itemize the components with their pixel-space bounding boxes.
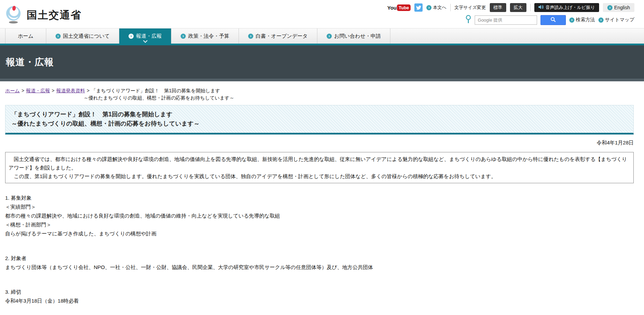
nav-item-白書・オープンデータ[interactable]: 白書・オープンデータ [239,28,317,44]
article-section: 1. 募集対象＜実績部門＞都市の種々の課題解決や、地域における良好な環境の創造、… [5,194,634,238]
font-size-label: 文字サイズ変更 [454,4,486,11]
section-line: ＜実績部門＞ [5,202,634,211]
search-icon [550,17,556,23]
chevron-right-icon [181,34,186,39]
section-heading: 2. 対象者 [5,254,634,263]
text-to-speech-button[interactable]: 音声読み上げ・ルビ振り [534,3,599,12]
nav-item-label: お問い合わせ・申請 [334,33,381,39]
nav-item-label: 国土交通省について [63,33,110,39]
chevron-right-icon [569,18,574,23]
article-title-line2: ～優れたまちづくりの取組、構想・計画の応募をお待ちしています～ [11,119,628,128]
breadcrumb-link-報道発表資料[interactable]: 報道発表資料 [56,88,85,93]
chevron-right-icon [56,34,61,39]
section-line: まちづくり団体等（まちづくり会社、NPO、一社・公社、一財・公財、協議会、民間企… [5,263,634,272]
global-navigation: ホーム国土交通省について報道・広報政策・法令・予算白書・オープンデータお問い合わ… [0,28,644,44]
english-button[interactable]: English [603,3,634,12]
breadcrumb-link-ホーム[interactable]: ホーム [5,88,20,93]
nav-item-報道・広報[interactable]: 報道・広報 [119,28,171,44]
breadcrumb-current-line2: ～優れたまちづくりの取組、構想・計画の応募をお待ちしています～ [5,94,644,102]
nav-item-label: 報道・広報 [136,33,162,39]
breadcrumb: ホーム>報道・広報>報道発表資料>「まちづくりアワード」創設！ 第1回の募集を開… [0,81,644,102]
nav-item-政策・法令・予算[interactable]: 政策・法令・予算 [171,28,239,44]
mlit-logo-icon [5,5,23,25]
lead-paragraph-1: 国土交通省では、都市における種々の課題解決や良好な環境の創造、地域の価値向上を図… [9,155,630,172]
twitter-icon[interactable] [414,3,423,12]
breadcrumb-current: 「まちづくりアワード」創設！ 第1回の募集を開始します [91,88,220,93]
divider [450,4,451,11]
font-size-large-button[interactable]: 拡大 [510,3,526,12]
lead-paragraph-2: この度、第1回まちづくりアワードの募集を開始します。優れたまちづくりを実践してい… [9,172,630,180]
search-pin-icon [465,15,471,25]
chevron-right-icon [327,34,332,39]
main-content: 「まちづくりアワード」創設！ 第1回の募集を開始します ～優れたまちづくりの取組… [0,105,644,315]
chevron-right-icon [426,5,432,10]
mlit-logo[interactable]: 国土交通省 [5,2,82,28]
section-banner: 報道・広報 [0,45,644,79]
section-line: 都市の種々の課題解決や、地域における良好な環境の創造、地域の価値の維持・向上など… [5,211,634,220]
banner-footer-strip [0,79,644,81]
breadcrumb-separator: > [87,88,89,93]
youtube-icon[interactable]: YouTube [387,4,411,11]
page-title: 報道・広報 [6,56,54,68]
article-section: 3. 締切令和4年3月18日（金）18時必着 [5,288,634,305]
site-header: 国土交通省 YouTube 本文へ 文字サイズ変更 標準 拡大 音声読み [0,0,644,28]
nav-item-国土交通省について[interactable]: 国土交通省について [46,28,119,44]
section-heading: 3. 締切 [5,288,634,296]
breadcrumb-separator: > [52,88,54,93]
article-title-line1: 「まちづくりアワード」創設！ 第1回の募集を開始します [11,110,628,119]
divider [530,4,531,11]
breadcrumb-separator: > [22,88,24,93]
nav-item-label: 政策・法令・予算 [188,33,229,39]
article-section: 2. 対象者まちづくり団体等（まちづくり会社、NPO、一社・公社、一財・公財、協… [5,254,634,272]
search-submit-button[interactable] [540,15,566,25]
skip-to-content-link[interactable]: 本文へ [426,4,446,11]
nav-item-ホーム[interactable]: ホーム [5,28,46,44]
chevron-right-icon [598,18,604,23]
section-line: 自らが掲げるテーマに基づき作成した、まちづくりの構想や計画 [5,229,634,238]
publish-date: 令和4年1月28日 [0,140,634,146]
site-search-input[interactable] [475,15,537,25]
chevron-right-icon [129,34,134,39]
breadcrumb-link-報道・広報[interactable]: 報道・広報 [26,88,50,93]
site-title: 国土交通省 [27,8,82,22]
chevron-right-icon [248,34,253,39]
nav-item-お問い合わせ・申請[interactable]: お問い合わせ・申請 [317,28,390,44]
article-lead-box: 国土交通省では、都市における種々の課題解決や良好な環境の創造、地域の価値向上を図… [5,152,634,183]
search-method-link[interactable]: 検索方法 [569,17,595,23]
section-line: ＜構想・計画部門＞ [5,220,634,229]
nav-item-label: 白書・オープンデータ [256,33,308,39]
nav-item-label: ホーム [18,33,34,39]
article-title-box: 「まちづくりアワード」創設！ 第1回の募集を開始します ～優れたまちづくりの取組… [5,105,634,135]
chevron-right-icon [607,5,612,10]
section-line: 令和4年3月18日（金）18時必着 [5,296,634,305]
speaker-icon [538,5,544,10]
font-size-standard-button[interactable]: 標準 [490,3,506,12]
sitemap-link[interactable]: サイトマップ [598,17,634,23]
header-utilities: YouTube 本文へ 文字サイズ変更 標準 拡大 音声読み上げ・ルビ振り [387,0,634,28]
section-heading: 1. 募集対象 [5,194,634,202]
